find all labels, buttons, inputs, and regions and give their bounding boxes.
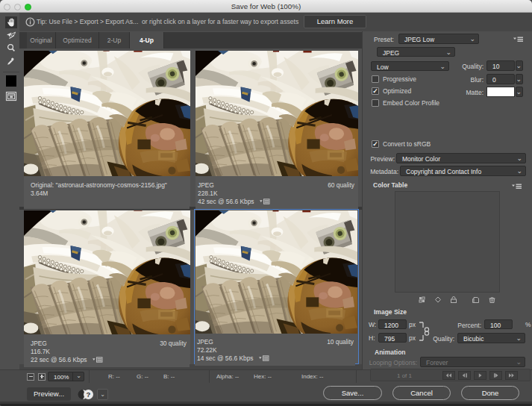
svg-text:?: ? bbox=[87, 390, 91, 399]
